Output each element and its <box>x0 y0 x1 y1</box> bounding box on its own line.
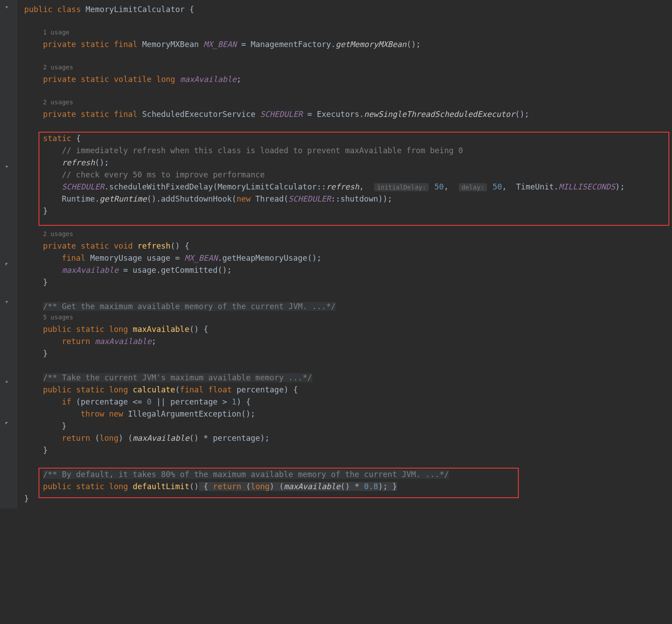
code-line[interactable]: } <box>21 420 672 432</box>
code-line[interactable]: Runtime.getRuntime().addShutdownHook(new… <box>21 193 672 205</box>
code-line[interactable]: private static void refresh() { <box>21 240 672 252</box>
code-line[interactable]: static { <box>21 133 672 145</box>
usage-hint[interactable]: 2 usages <box>21 98 672 108</box>
code-line[interactable]: return (long) (maxAvailable() * percenta… <box>21 432 672 444</box>
code-line[interactable]: } <box>21 444 672 456</box>
usage-hint[interactable]: 2 usages <box>21 229 672 240</box>
usage-hint[interactable]: 1 usage <box>21 28 672 39</box>
code-line[interactable]: private static final MemoryMXBean MX_BEA… <box>21 39 672 51</box>
code-line[interactable]: public class MemoryLimitCalculator { <box>21 4 672 16</box>
code-line[interactable]: // check every 50 ms to improve performa… <box>21 169 672 181</box>
code-line[interactable]: private static final ScheduledExecutorSe… <box>21 108 672 120</box>
code-line[interactable]: public static long maxAvailable() { <box>21 323 672 336</box>
folded-code[interactable]: { return (long) (maxAvailable() * 0.8); … <box>199 482 397 491</box>
code-line[interactable]: public static long calculate(final float… <box>21 384 672 396</box>
fold-icon[interactable] <box>4 4 10 11</box>
fold-icon[interactable] <box>4 164 10 170</box>
param-hint: initialDelay: <box>374 183 429 191</box>
code-line[interactable]: } <box>21 276 672 288</box>
code-line[interactable]: maxAvailable = usage.getCommitted(); <box>21 264 672 276</box>
fold-icon[interactable] <box>4 420 10 426</box>
usage-hint[interactable]: 2 usages <box>21 63 672 73</box>
code-line[interactable]: return maxAvailable; <box>21 336 672 348</box>
usage-hint[interactable]: 5 usages <box>21 313 672 323</box>
fold-icon[interactable] <box>4 378 10 384</box>
code-line[interactable]: /** Get the maximum available memory of … <box>21 301 672 313</box>
code-line[interactable]: // immediately refresh when this class i… <box>21 145 672 157</box>
code-editor[interactable]: public class MemoryLimitCalculator { 1 u… <box>0 0 672 508</box>
code-line[interactable]: } <box>21 205 672 217</box>
gutter <box>0 0 17 508</box>
code-line[interactable]: if (percentage <= 0 || percentage > 1) { <box>21 396 672 408</box>
param-hint: delay: <box>459 183 487 191</box>
code-line[interactable]: /** Take the current JVM's maximum avail… <box>21 372 672 384</box>
code-line[interactable]: throw new IllegalArgumentException(); <box>21 408 672 420</box>
code-area[interactable]: public class MemoryLimitCalculator { 1 u… <box>17 0 672 508</box>
fold-icon[interactable] <box>4 261 10 267</box>
code-line[interactable]: public static long defaultLimit() { retu… <box>21 481 672 493</box>
code-line[interactable]: } <box>21 348 672 360</box>
code-line[interactable]: /** By default, it takes 80% of the maxi… <box>21 469 672 481</box>
code-line[interactable]: refresh(); <box>21 157 672 169</box>
code-line[interactable]: private static volatile long maxAvailabl… <box>21 73 672 86</box>
code-line[interactable]: } <box>21 493 672 505</box>
fold-icon[interactable] <box>4 299 10 306</box>
code-line[interactable]: final MemoryUsage usage = MX_BEAN.getHea… <box>21 252 672 264</box>
code-line[interactable]: SCHEDULER.scheduleWithFixedDelay(MemoryL… <box>21 181 672 193</box>
